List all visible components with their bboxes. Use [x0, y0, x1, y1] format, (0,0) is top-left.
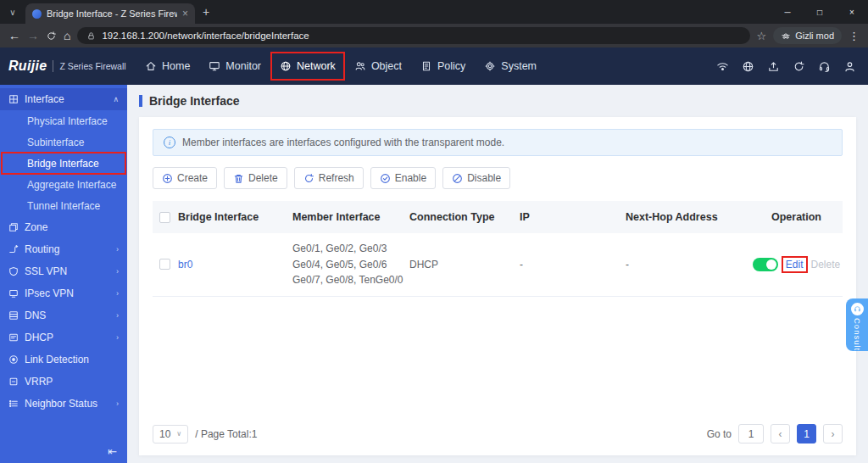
button-label: Disable: [467, 172, 501, 184]
tab-search-button[interactable]: ∨: [0, 8, 25, 17]
browser-titlebar: ∨ Bridge Interface - Z Series Firew × + …: [0, 0, 868, 24]
window-maximize-button[interactable]: □: [804, 0, 836, 24]
slash-circle-icon: [452, 173, 463, 184]
sidebar-item-physical-interface[interactable]: Physical Interface: [0, 110, 127, 131]
page-size-select[interactable]: 10 ∨: [153, 425, 188, 443]
sidebar-item-aggregate-interface[interactable]: Aggregate Interface: [0, 174, 127, 195]
member-interfaces-cell: Ge0/1, Ge0/2, Ge0/3 Ge0/4, Ge0/5, Ge0/6 …: [292, 241, 409, 288]
chevron-right-icon: ›: [116, 289, 119, 298]
enable-toggle[interactable]: [753, 258, 778, 271]
edit-link[interactable]: Edit: [786, 259, 804, 271]
sidebar-item-bridge-interface[interactable]: Bridge Interface: [0, 153, 127, 174]
disable-button[interactable]: Disable: [442, 167, 510, 189]
sidebar-item-link-detection[interactable]: Link Detection: [0, 349, 127, 371]
monitor-icon: [209, 60, 220, 72]
sidebar-label: Tunnel Interface: [27, 200, 100, 212]
enable-button[interactable]: Enable: [370, 167, 436, 189]
network-globe-icon: [280, 60, 292, 72]
sidebar-item-interface[interactable]: Interface ∧: [0, 88, 127, 110]
chevron-down-icon: ∨: [176, 430, 181, 438]
bridge-name-link[interactable]: br0: [178, 259, 292, 271]
nav-item-network[interactable]: Network: [270, 47, 345, 85]
nav-item-home[interactable]: Home: [136, 47, 199, 85]
chevron-up-icon: ∧: [113, 95, 119, 103]
site-info-lock-icon[interactable]: [86, 31, 96, 41]
member-line: Ge0/4, Ge0/5, Ge0/6: [292, 257, 409, 273]
sidebar-label: DNS: [25, 310, 46, 321]
forward-icon[interactable]: →: [27, 30, 39, 42]
nav-label: System: [501, 60, 537, 72]
button-label: Delete: [248, 172, 278, 184]
routing-icon: [8, 244, 19, 254]
col-ip: IP: [520, 211, 626, 223]
upgrade-icon[interactable]: [767, 60, 780, 73]
browser-tab[interactable]: Bridge Interface - Z Series Firew ×: [25, 3, 195, 24]
address-bar[interactable]: 192.168.1.200/network/interface/bridgeIn…: [77, 27, 749, 44]
nav-item-system[interactable]: System: [475, 47, 546, 85]
button-label: Enable: [395, 172, 426, 184]
delete-button[interactable]: Delete: [224, 167, 287, 189]
page-title-text: Bridge Interface: [149, 94, 240, 108]
back-icon[interactable]: ←: [8, 30, 20, 42]
nav-label: Object: [371, 60, 402, 72]
sidebar-item-dns[interactable]: DNS ›: [0, 304, 127, 326]
bookmark-star-icon[interactable]: ☆: [757, 30, 767, 42]
sidebar-item-neighbor-status[interactable]: Neighbor Status ›: [0, 393, 127, 415]
sidebar-label: Link Detection: [25, 354, 89, 365]
incognito-icon: [781, 31, 791, 41]
operation-cell: Edit Delete: [750, 258, 843, 271]
nav-label: Monitor: [225, 60, 261, 72]
user-icon[interactable]: [843, 60, 856, 73]
sidebar-label: Physical Interface: [27, 115, 108, 127]
dhcp-icon: [8, 332, 19, 343]
sidebar-item-zone[interactable]: Zone: [0, 216, 127, 238]
table-header-row: Bridge Interface Member Interface Connec…: [153, 201, 843, 233]
new-tab-button[interactable]: +: [195, 5, 217, 19]
refresh-icon[interactable]: [46, 31, 57, 42]
nav-item-monitor[interactable]: Monitor: [199, 47, 270, 85]
consult-button[interactable]: Consult: [846, 298, 868, 351]
top-nav: Home Monitor Network Object Policy S: [136, 47, 546, 85]
link-detection-icon: [8, 354, 19, 365]
tab-favicon: [32, 9, 42, 19]
policy-doc-icon: [420, 60, 432, 72]
globe-icon[interactable]: [742, 60, 754, 73]
sidebar-item-subinterface[interactable]: Subinterface: [0, 131, 127, 153]
create-button[interactable]: Create: [153, 167, 217, 189]
sidebar-item-ssl-vpn[interactable]: SSL VPN ›: [0, 260, 127, 282]
wifi-icon[interactable]: [716, 60, 729, 73]
col-next-hop: Next-Hop Address: [626, 211, 750, 223]
sidebar-item-tunnel-interface[interactable]: Tunnel Interface: [0, 195, 127, 216]
sidebar-item-routing[interactable]: Routing ›: [0, 238, 127, 260]
window-close-button[interactable]: ×: [836, 0, 868, 24]
next-page-button[interactable]: ›: [823, 424, 843, 443]
prev-page-button[interactable]: ‹: [771, 424, 790, 443]
neighbor-status-icon: [8, 399, 19, 409]
reboot-icon[interactable]: [793, 60, 805, 73]
sidebar-item-dhcp[interactable]: DHCP ›: [0, 326, 127, 349]
info-banner-text: Member interfaces are interfaces configu…: [182, 137, 504, 148]
page-1-button[interactable]: 1: [797, 424, 816, 443]
nav-label: Network: [297, 60, 336, 72]
tab-close-icon[interactable]: ×: [182, 8, 188, 20]
app-body: Interface ∧ Physical Interface Subinterf…: [0, 85, 868, 463]
window-minimize-button[interactable]: ─: [771, 0, 804, 24]
sidebar-label: Zone: [25, 221, 47, 233]
nav-item-object[interactable]: Object: [345, 47, 411, 85]
headset-icon[interactable]: [818, 60, 831, 73]
next-hop-cell: -: [626, 259, 750, 271]
header-checkbox[interactable]: [159, 212, 170, 223]
browser-menu-icon[interactable]: ⋮: [849, 30, 860, 42]
home-icon[interactable]: ⌂: [64, 30, 70, 42]
sidebar-collapse-icon[interactable]: ⇤: [108, 445, 117, 458]
sidebar-item-ipsec-vpn[interactable]: IPsec VPN ›: [0, 282, 127, 304]
pager-right: Go to ‹ 1 ›: [707, 424, 843, 443]
sidebar-item-vrrp[interactable]: VRRP: [0, 371, 127, 393]
delete-link[interactable]: Delete: [811, 259, 841, 271]
tab-title: Bridge Interface - Z Series Firew: [47, 8, 177, 19]
refresh-button[interactable]: Refresh: [294, 167, 364, 189]
member-line: Ge0/1, Ge0/2, Ge0/3: [292, 241, 409, 257]
nav-item-policy[interactable]: Policy: [411, 47, 475, 85]
goto-page-input[interactable]: [738, 424, 764, 443]
row-checkbox[interactable]: [159, 259, 170, 270]
